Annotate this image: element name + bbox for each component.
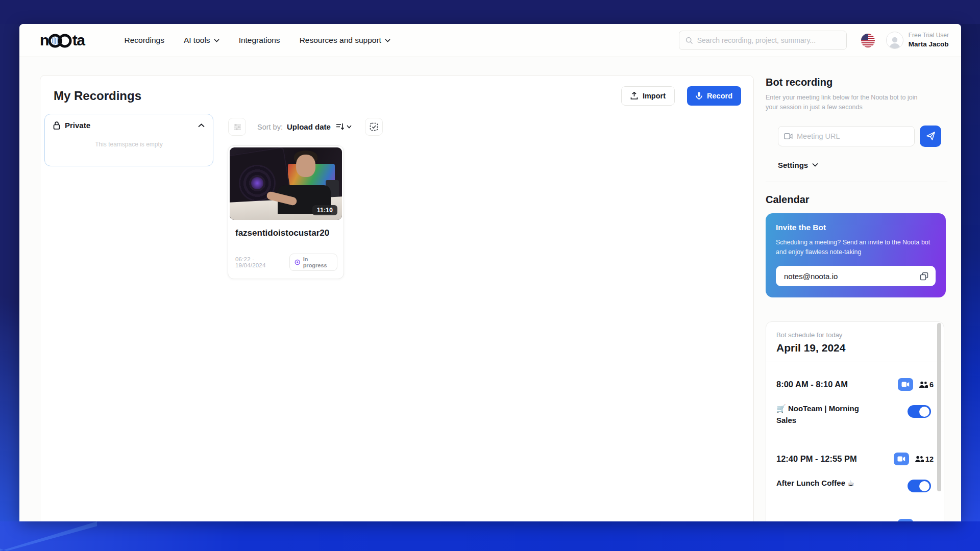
nav-links: Recordings AI tools Integrations Resourc… [125, 36, 390, 45]
record-button[interactable]: Record [687, 86, 741, 106]
nav-item-label: AI tools [184, 36, 210, 45]
meet-video-icon [894, 453, 909, 465]
send-bot-button[interactable] [920, 126, 941, 147]
filter-button[interactable] [228, 118, 246, 136]
import-button[interactable]: Import [621, 86, 675, 106]
avatar[interactable] [886, 32, 903, 49]
invite-bot-description: Scheduling a meeting? Send an invite to … [776, 238, 936, 258]
search-icon [685, 37, 693, 44]
nav-item-label: Integrations [239, 36, 280, 45]
sort-by-label: Sort by: [257, 123, 283, 131]
meeting-url-input[interactable] [797, 132, 909, 140]
recording-thumbnail: 11:10 [230, 147, 342, 220]
event-title: 🛒 NooTeam | Morning Sales [776, 403, 881, 426]
noota-logo[interactable]: n ta [40, 32, 85, 49]
person-icon [888, 35, 901, 48]
microphone-icon [696, 92, 702, 101]
recording-datetime: 06:22 - 19/04/2024 [235, 256, 284, 268]
nav-item-resources[interactable]: Resources and support [300, 36, 390, 45]
right-sidebar: Bot recording Enter your meeting link be… [766, 77, 947, 521]
teamspace-empty-text: This teamspace is empty [53, 141, 205, 148]
bot-email-pill: notes@noota.io [776, 266, 936, 286]
video-camera-icon [784, 133, 793, 139]
copy-icon [920, 272, 928, 281]
people-icon [919, 381, 928, 388]
meeting-url-box [778, 126, 915, 146]
bot-settings-toggle[interactable]: Settings [778, 161, 947, 169]
recording-title: fazsentidoistocustar20 [235, 228, 336, 238]
filter-icon [233, 123, 241, 131]
upload-icon [630, 92, 638, 100]
meet-video-icon [898, 519, 913, 521]
toolbar-sort-row: Sort by: Upload date [228, 118, 383, 136]
duration-badge: 11:10 [312, 205, 337, 215]
attendees: 6 [919, 381, 934, 389]
nav-item-label: Resources and support [300, 36, 381, 45]
logo-oo-icon [48, 33, 74, 48]
status-badge: In progress [289, 254, 337, 271]
sidebar-divider [766, 182, 947, 182]
copy-email-button[interactable] [919, 271, 929, 282]
attendee-count: 12 [925, 455, 934, 463]
schedule-divider [766, 362, 944, 362]
select-items-icon [370, 122, 378, 131]
event-title-row: 🛒 NooTeam | Morning Sales [776, 403, 934, 426]
sort-value[interactable]: Upload date [287, 122, 331, 131]
lock-icon [53, 121, 60, 130]
recording-card[interactable]: 11:10 fazsentidoistocustar20 06:22 - 19/… [228, 145, 344, 279]
logo-text-right: ta [72, 32, 85, 49]
event-title: After Lunch Coffee ☕ [776, 478, 881, 489]
schedule-label: Bot schedule for today [776, 331, 934, 339]
app-window: n ta Recordings AI tools [19, 24, 961, 521]
recordings-header: My Recordings Import [54, 82, 741, 110]
bot-recording-description: Enter your meeting link below for the No… [766, 93, 929, 112]
desktop-background-bottom [0, 521, 980, 551]
logo-text-left: n [40, 32, 48, 49]
schedule-event: 12:40 PM - 12:55 PM [776, 453, 934, 492]
sort-direction-control[interactable] [336, 123, 352, 131]
sort-descending-icon [336, 123, 345, 131]
bot-email: notes@noota.io [784, 272, 919, 281]
chevron-down-icon [347, 125, 352, 129]
multi-select-button[interactable] [365, 118, 383, 136]
header-actions: Import Record [621, 86, 741, 106]
event-time: 8:00 AM - 8:10 AM [776, 380, 898, 389]
page-title: My Recordings [54, 89, 141, 103]
language-flag-us[interactable] [861, 34, 875, 47]
schedule-scrollbar[interactable] [937, 323, 941, 491]
nav-item-label: Recordings [125, 36, 164, 45]
search-input[interactable] [697, 36, 840, 44]
nav-item-ai-tools[interactable]: AI tools [184, 36, 219, 45]
nav-item-recordings[interactable]: Recordings [125, 36, 164, 45]
schedule-event: 1:00 PM - 1:45 PM [776, 519, 934, 521]
people-icon [915, 456, 924, 462]
user-info: Free Trial User Marta Jacob [909, 32, 949, 48]
nav-item-integrations[interactable]: Integrations [239, 36, 280, 45]
recordings-panel: My Recordings Import [40, 75, 754, 521]
chevron-up-icon [198, 123, 205, 128]
invite-bot-card: Invite the Bot Scheduling a meeting? Sen… [766, 213, 946, 298]
schedule-event: 8:00 AM - 8:10 AM [776, 378, 934, 426]
event-time: 1:00 PM - 1:45 PM [776, 520, 898, 521]
event-time-row: 12:40 PM - 12:55 PM [776, 453, 934, 465]
recording-meta: 06:22 - 19/04/2024 In progress [235, 254, 337, 271]
thumbnail-head-shape [296, 155, 315, 177]
user-plan: Free Trial User [909, 32, 949, 40]
desktop-background-left [0, 24, 19, 521]
teamspace-name: Private [65, 121, 193, 130]
teamspace-header[interactable]: Private [53, 121, 205, 130]
toggle-knob [919, 481, 929, 491]
top-navbar: n ta Recordings AI tools [19, 24, 961, 57]
page-body: My Recordings Import [19, 57, 961, 521]
meeting-url-row [778, 126, 947, 147]
bot-join-toggle[interactable] [908, 405, 931, 418]
paper-plane-icon [926, 131, 936, 141]
event-time: 12:40 PM - 12:55 PM [776, 454, 894, 464]
global-search [679, 31, 847, 50]
bot-join-toggle[interactable] [908, 480, 931, 492]
attendees: 12 [915, 455, 934, 463]
status-label: In progress [303, 256, 332, 268]
event-time-row: 1:00 PM - 1:45 PM [776, 519, 934, 521]
schedule-date: April 19, 2024 [776, 342, 934, 354]
event-time-row: 8:00 AM - 8:10 AM [776, 378, 934, 391]
